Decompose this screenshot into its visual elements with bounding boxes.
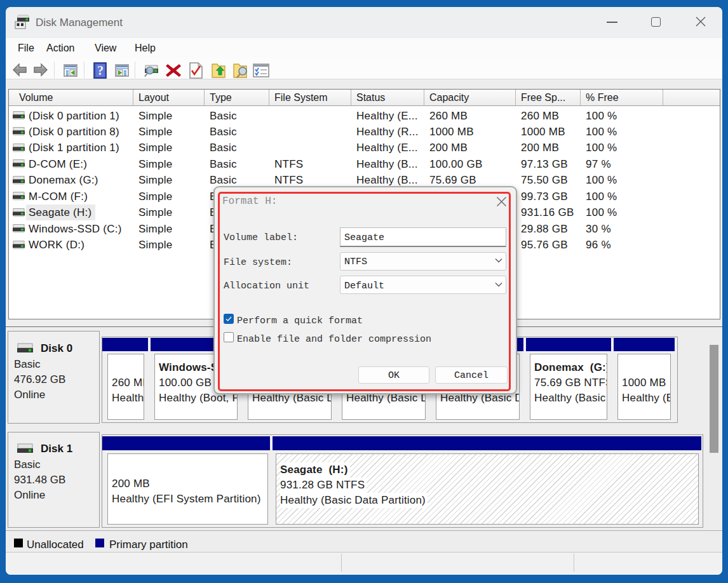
svg-text:?: ? xyxy=(97,64,104,77)
